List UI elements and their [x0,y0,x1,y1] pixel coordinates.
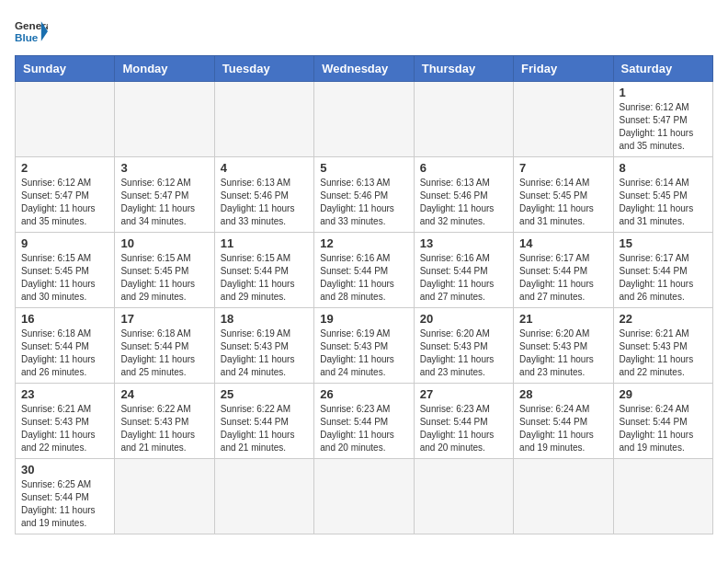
calendar-cell: 4Sunrise: 6:13 AM Sunset: 5:46 PM Daylig… [214,157,313,233]
calendar-cell: 28Sunrise: 6:24 AM Sunset: 5:44 PM Dayli… [514,384,613,459]
calendar-week-row: 16Sunrise: 6:18 AM Sunset: 5:44 PM Dayli… [16,308,713,384]
day-number: 28 [519,387,607,401]
day-info: Sunrise: 6:23 AM Sunset: 5:44 PM Dayligh… [420,403,507,454]
day-number: 18 [221,312,308,326]
day-info: Sunrise: 6:19 AM Sunset: 5:43 PM Dayligh… [221,327,308,379]
day-number: 14 [519,236,607,250]
day-number: 15 [620,236,707,250]
day-number: 19 [320,312,407,326]
day-number: 7 [519,161,607,175]
weekday-header-friday: Friday [514,56,613,82]
day-number: 10 [120,236,208,250]
day-info: Sunrise: 6:24 AM Sunset: 5:44 PM Dayligh… [519,403,607,454]
day-number: 2 [21,161,108,175]
calendar-cell: 10Sunrise: 6:15 AM Sunset: 5:45 PM Dayli… [115,233,214,308]
calendar-cell: 30Sunrise: 6:25 AM Sunset: 5:44 PM Dayli… [16,459,115,534]
day-info: Sunrise: 6:13 AM Sunset: 5:46 PM Dayligh… [420,177,507,228]
day-info: Sunrise: 6:13 AM Sunset: 5:46 PM Dayligh… [221,177,308,228]
calendar-cell [16,82,115,157]
day-info: Sunrise: 6:21 AM Sunset: 5:43 PM Dayligh… [620,327,707,379]
calendar-header: SundayMondayTuesdayWednesdayThursdayFrid… [16,56,713,82]
calendar-cell: 25Sunrise: 6:22 AM Sunset: 5:44 PM Dayli… [214,384,313,459]
calendar-cell: 15Sunrise: 6:17 AM Sunset: 5:44 PM Dayli… [613,233,712,308]
day-number: 12 [320,236,407,250]
day-number: 27 [420,387,507,401]
day-number: 4 [221,161,308,175]
day-info: Sunrise: 6:22 AM Sunset: 5:44 PM Dayligh… [221,403,308,454]
calendar-cell: 3Sunrise: 6:12 AM Sunset: 5:47 PM Daylig… [115,157,214,233]
calendar-cell: 26Sunrise: 6:23 AM Sunset: 5:44 PM Dayli… [314,384,414,459]
calendar-cell: 11Sunrise: 6:15 AM Sunset: 5:44 PM Dayli… [214,233,313,308]
calendar-cell [314,459,414,534]
day-number: 22 [620,312,707,326]
calendar-cell: 14Sunrise: 6:17 AM Sunset: 5:44 PM Dayli… [514,233,613,308]
day-info: Sunrise: 6:12 AM Sunset: 5:47 PM Dayligh… [21,177,108,228]
weekday-header-monday: Monday [115,56,214,82]
day-number: 24 [120,387,208,401]
calendar-cell [214,459,313,534]
calendar-cell [115,82,214,157]
calendar-cell: 29Sunrise: 6:24 AM Sunset: 5:44 PM Dayli… [613,384,712,459]
calendar-cell: 19Sunrise: 6:19 AM Sunset: 5:43 PM Dayli… [314,308,414,384]
day-number: 6 [420,161,507,175]
calendar-week-row: 23Sunrise: 6:21 AM Sunset: 5:43 PM Dayli… [16,384,713,459]
calendar-cell: 9Sunrise: 6:15 AM Sunset: 5:45 PM Daylig… [16,233,115,308]
day-info: Sunrise: 6:14 AM Sunset: 5:45 PM Dayligh… [519,177,607,228]
calendar-cell [514,82,613,157]
calendar-week-row: 30Sunrise: 6:25 AM Sunset: 5:44 PM Dayli… [16,459,713,534]
day-info: Sunrise: 6:21 AM Sunset: 5:43 PM Dayligh… [21,403,108,454]
calendar-body: 1Sunrise: 6:12 AM Sunset: 5:47 PM Daylig… [16,82,713,534]
day-info: Sunrise: 6:25 AM Sunset: 5:44 PM Dayligh… [21,478,108,530]
calendar-cell: 16Sunrise: 6:18 AM Sunset: 5:44 PM Dayli… [16,308,115,384]
calendar-cell: 18Sunrise: 6:19 AM Sunset: 5:43 PM Dayli… [214,308,313,384]
day-info: Sunrise: 6:20 AM Sunset: 5:43 PM Dayligh… [420,327,507,379]
day-info: Sunrise: 6:19 AM Sunset: 5:43 PM Dayligh… [320,327,407,379]
calendar-cell: 23Sunrise: 6:21 AM Sunset: 5:43 PM Dayli… [16,384,115,459]
day-info: Sunrise: 6:22 AM Sunset: 5:43 PM Dayligh… [120,403,208,454]
day-info: Sunrise: 6:15 AM Sunset: 5:45 PM Dayligh… [21,252,108,304]
logo-icon: General Blue [15,15,48,48]
day-number: 29 [620,387,707,401]
day-info: Sunrise: 6:13 AM Sunset: 5:46 PM Dayligh… [320,177,407,228]
calendar-cell [613,459,712,534]
calendar-cell: 12Sunrise: 6:16 AM Sunset: 5:44 PM Dayli… [314,233,414,308]
day-info: Sunrise: 6:20 AM Sunset: 5:43 PM Dayligh… [519,327,607,379]
header: General Blue [15,15,713,48]
calendar-cell: 17Sunrise: 6:18 AM Sunset: 5:44 PM Dayli… [115,308,214,384]
calendar-cell: 27Sunrise: 6:23 AM Sunset: 5:44 PM Dayli… [414,384,513,459]
day-info: Sunrise: 6:24 AM Sunset: 5:44 PM Dayligh… [620,403,707,454]
calendar-cell: 5Sunrise: 6:13 AM Sunset: 5:46 PM Daylig… [314,157,414,233]
day-number: 25 [221,387,308,401]
calendar-cell [514,459,613,534]
day-number: 21 [519,312,607,326]
day-number: 9 [21,236,108,250]
day-number: 16 [21,312,108,326]
day-number: 8 [620,161,707,175]
calendar-cell: 1Sunrise: 6:12 AM Sunset: 5:47 PM Daylig… [613,82,712,157]
calendar-cell [414,82,513,157]
calendar-cell: 22Sunrise: 6:21 AM Sunset: 5:43 PM Dayli… [613,308,712,384]
day-info: Sunrise: 6:15 AM Sunset: 5:45 PM Dayligh… [120,252,208,304]
weekday-header-tuesday: Tuesday [214,56,313,82]
calendar-cell [414,459,513,534]
day-number: 20 [420,312,507,326]
day-number: 5 [320,161,407,175]
calendar-cell: 21Sunrise: 6:20 AM Sunset: 5:43 PM Dayli… [514,308,613,384]
day-info: Sunrise: 6:16 AM Sunset: 5:44 PM Dayligh… [320,252,407,304]
day-info: Sunrise: 6:18 AM Sunset: 5:44 PM Dayligh… [21,327,108,379]
calendar-cell [115,459,214,534]
weekday-header-wednesday: Wednesday [314,56,414,82]
calendar-week-row: 2Sunrise: 6:12 AM Sunset: 5:47 PM Daylig… [16,157,713,233]
calendar-cell: 7Sunrise: 6:14 AM Sunset: 5:45 PM Daylig… [514,157,613,233]
day-info: Sunrise: 6:15 AM Sunset: 5:44 PM Dayligh… [221,252,308,304]
weekday-header-row: SundayMondayTuesdayWednesdayThursdayFrid… [16,56,713,82]
calendar-cell: 2Sunrise: 6:12 AM Sunset: 5:47 PM Daylig… [16,157,115,233]
calendar-cell: 24Sunrise: 6:22 AM Sunset: 5:43 PM Dayli… [115,384,214,459]
day-number: 1 [620,86,707,99]
calendar-cell [314,82,414,157]
day-number: 13 [420,236,507,250]
day-info: Sunrise: 6:12 AM Sunset: 5:47 PM Dayligh… [120,177,208,228]
day-number: 26 [320,387,407,401]
day-info: Sunrise: 6:17 AM Sunset: 5:44 PM Dayligh… [620,252,707,304]
weekday-header-thursday: Thursday [414,56,513,82]
